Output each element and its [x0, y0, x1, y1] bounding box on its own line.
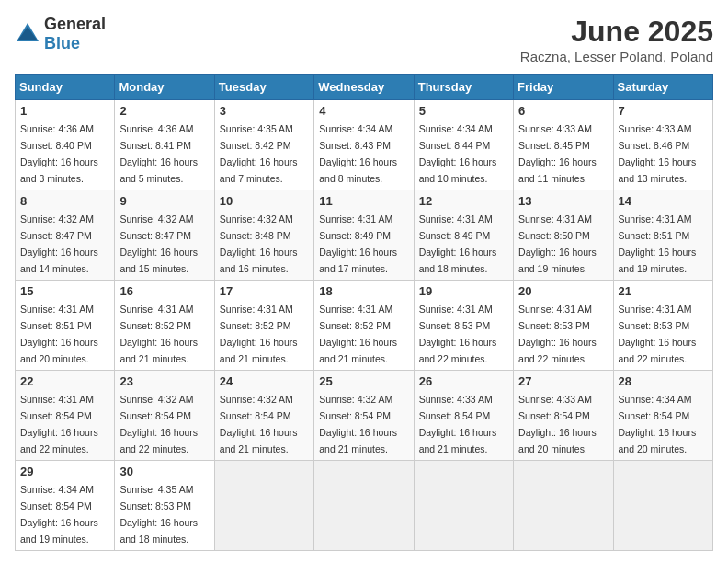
day-number: 23 — [119, 374, 209, 388]
calendar-cell — [514, 461, 613, 551]
day-number: 3 — [220, 104, 309, 118]
calendar-cell: 22 Sunrise: 4:31 AMSunset: 8:54 PMDaylig… — [16, 371, 115, 461]
day-info: Sunrise: 4:31 AMSunset: 8:53 PMDaylight:… — [419, 304, 497, 364]
calendar-cell: 5 Sunrise: 4:34 AMSunset: 8:44 PMDayligh… — [414, 100, 513, 190]
day-number: 29 — [20, 465, 109, 478]
day-info: Sunrise: 4:35 AMSunset: 8:53 PMDaylight:… — [119, 484, 198, 545]
day-info: Sunrise: 4:32 AMSunset: 8:54 PMDaylight:… — [220, 394, 298, 454]
calendar-week-row: 15 Sunrise: 4:31 AMSunset: 8:51 PMDaylig… — [16, 281, 713, 371]
day-info: Sunrise: 4:32 AMSunset: 8:48 PMDaylight:… — [220, 213, 298, 274]
calendar-cell: 25 Sunrise: 4:32 AMSunset: 8:54 PMDaylig… — [314, 371, 414, 461]
calendar-cell: 28 Sunrise: 4:34 AMSunset: 8:54 PMDaylig… — [613, 371, 712, 461]
day-number: 16 — [119, 284, 209, 298]
day-number: 18 — [319, 284, 408, 298]
logo: General Blue — [15, 15, 106, 53]
day-number: 24 — [220, 374, 309, 388]
calendar-cell: 2 Sunrise: 4:36 AMSunset: 8:41 PMDayligh… — [115, 100, 214, 190]
calendar-header-row: SundayMondayTuesdayWednesdayThursdayFrid… — [16, 75, 713, 100]
calendar-cell — [314, 461, 414, 551]
day-info: Sunrise: 4:33 AMSunset: 8:46 PMDaylight:… — [619, 123, 697, 184]
logo-general: General — [44, 15, 106, 33]
day-number: 8 — [20, 194, 109, 208]
weekday-header: Wednesday — [314, 75, 414, 100]
day-info: Sunrise: 4:32 AMSunset: 8:54 PMDaylight:… — [119, 394, 198, 454]
day-info: Sunrise: 4:33 AMSunset: 8:45 PMDaylight:… — [518, 123, 597, 184]
calendar-cell: 12 Sunrise: 4:31 AMSunset: 8:49 PMDaylig… — [414, 190, 513, 281]
calendar-cell: 13 Sunrise: 4:31 AMSunset: 8:50 PMDaylig… — [514, 190, 613, 281]
day-info: Sunrise: 4:31 AMSunset: 8:50 PMDaylight:… — [518, 213, 597, 274]
calendar-cell — [613, 461, 712, 551]
calendar-cell: 15 Sunrise: 4:31 AMSunset: 8:51 PMDaylig… — [16, 281, 115, 371]
day-info: Sunrise: 4:31 AMSunset: 8:51 PMDaylight:… — [619, 213, 697, 274]
calendar-cell: 20 Sunrise: 4:31 AMSunset: 8:53 PMDaylig… — [514, 281, 613, 371]
weekday-header: Tuesday — [214, 75, 313, 100]
calendar-cell: 19 Sunrise: 4:31 AMSunset: 8:53 PMDaylig… — [414, 281, 513, 371]
calendar-cell: 14 Sunrise: 4:31 AMSunset: 8:51 PMDaylig… — [613, 190, 712, 281]
calendar-cell: 11 Sunrise: 4:31 AMSunset: 8:49 PMDaylig… — [314, 190, 414, 281]
day-info: Sunrise: 4:31 AMSunset: 8:52 PMDaylight:… — [119, 304, 198, 364]
calendar-week-row: 29 Sunrise: 4:34 AMSunset: 8:54 PMDaylig… — [16, 461, 713, 551]
day-info: Sunrise: 4:33 AMSunset: 8:54 PMDaylight:… — [419, 394, 497, 454]
calendar-cell: 3 Sunrise: 4:35 AMSunset: 8:42 PMDayligh… — [214, 100, 313, 190]
day-info: Sunrise: 4:33 AMSunset: 8:54 PMDaylight:… — [518, 394, 597, 454]
day-info: Sunrise: 4:32 AMSunset: 8:47 PMDaylight:… — [20, 213, 98, 274]
calendar: SundayMondayTuesdayWednesdayThursdayFrid… — [15, 74, 713, 551]
calendar-week-row: 22 Sunrise: 4:31 AMSunset: 8:54 PMDaylig… — [16, 371, 713, 461]
day-number: 6 — [518, 104, 608, 118]
day-number: 14 — [619, 194, 708, 208]
logo-blue: Blue — [44, 34, 80, 52]
day-number: 28 — [619, 374, 708, 388]
day-number: 22 — [20, 374, 109, 388]
day-number: 2 — [119, 104, 209, 118]
calendar-cell: 16 Sunrise: 4:31 AMSunset: 8:52 PMDaylig… — [115, 281, 214, 371]
day-info: Sunrise: 4:34 AMSunset: 8:43 PMDaylight:… — [319, 123, 397, 184]
calendar-cell: 18 Sunrise: 4:31 AMSunset: 8:52 PMDaylig… — [314, 281, 414, 371]
day-info: Sunrise: 4:31 AMSunset: 8:51 PMDaylight:… — [20, 304, 98, 364]
month-title: June 2025 — [520, 15, 713, 49]
calendar-cell — [214, 461, 313, 551]
day-number: 5 — [419, 104, 508, 118]
logo-icon — [15, 21, 40, 47]
weekday-header: Thursday — [414, 75, 513, 100]
day-number: 25 — [319, 374, 408, 388]
day-number: 7 — [619, 104, 708, 118]
title-block: June 2025 Raczna, Lesser Poland, Poland — [520, 15, 713, 64]
day-number: 12 — [419, 194, 508, 208]
day-number: 30 — [119, 465, 209, 478]
calendar-cell: 7 Sunrise: 4:33 AMSunset: 8:46 PMDayligh… — [613, 100, 712, 190]
calendar-cell: 27 Sunrise: 4:33 AMSunset: 8:54 PMDaylig… — [514, 371, 613, 461]
day-info: Sunrise: 4:36 AMSunset: 8:41 PMDaylight:… — [119, 123, 198, 184]
calendar-cell: 6 Sunrise: 4:33 AMSunset: 8:45 PMDayligh… — [514, 100, 613, 190]
calendar-cell: 1 Sunrise: 4:36 AMSunset: 8:40 PMDayligh… — [16, 100, 115, 190]
weekday-header: Friday — [514, 75, 613, 100]
day-info: Sunrise: 4:31 AMSunset: 8:49 PMDaylight:… — [319, 213, 397, 274]
calendar-cell: 17 Sunrise: 4:31 AMSunset: 8:52 PMDaylig… — [214, 281, 313, 371]
day-info: Sunrise: 4:34 AMSunset: 8:54 PMDaylight:… — [20, 484, 98, 545]
calendar-cell: 4 Sunrise: 4:34 AMSunset: 8:43 PMDayligh… — [314, 100, 414, 190]
day-number: 26 — [419, 374, 508, 388]
calendar-cell: 24 Sunrise: 4:32 AMSunset: 8:54 PMDaylig… — [214, 371, 313, 461]
calendar-week-row: 1 Sunrise: 4:36 AMSunset: 8:40 PMDayligh… — [16, 100, 713, 190]
calendar-cell: 29 Sunrise: 4:34 AMSunset: 8:54 PMDaylig… — [16, 461, 115, 551]
day-number: 21 — [619, 284, 708, 298]
day-info: Sunrise: 4:32 AMSunset: 8:47 PMDaylight:… — [119, 213, 198, 274]
calendar-cell: 23 Sunrise: 4:32 AMSunset: 8:54 PMDaylig… — [115, 371, 214, 461]
calendar-cell: 30 Sunrise: 4:35 AMSunset: 8:53 PMDaylig… — [115, 461, 214, 551]
day-info: Sunrise: 4:34 AMSunset: 8:54 PMDaylight:… — [619, 394, 697, 454]
day-info: Sunrise: 4:35 AMSunset: 8:42 PMDaylight:… — [220, 123, 298, 184]
day-number: 1 — [20, 104, 109, 118]
calendar-cell — [414, 461, 513, 551]
day-info: Sunrise: 4:31 AMSunset: 8:49 PMDaylight:… — [419, 213, 497, 274]
day-number: 20 — [518, 284, 608, 298]
day-number: 15 — [20, 284, 109, 298]
day-info: Sunrise: 4:31 AMSunset: 8:54 PMDaylight:… — [20, 394, 98, 454]
day-number: 11 — [319, 194, 408, 208]
day-info: Sunrise: 4:34 AMSunset: 8:44 PMDaylight:… — [419, 123, 497, 184]
weekday-header: Saturday — [613, 75, 712, 100]
day-info: Sunrise: 4:31 AMSunset: 8:52 PMDaylight:… — [319, 304, 397, 364]
day-number: 9 — [119, 194, 209, 208]
day-number: 17 — [220, 284, 309, 298]
weekday-header: Sunday — [16, 75, 115, 100]
calendar-cell: 8 Sunrise: 4:32 AMSunset: 8:47 PMDayligh… — [16, 190, 115, 281]
day-info: Sunrise: 4:36 AMSunset: 8:40 PMDaylight:… — [20, 123, 98, 184]
